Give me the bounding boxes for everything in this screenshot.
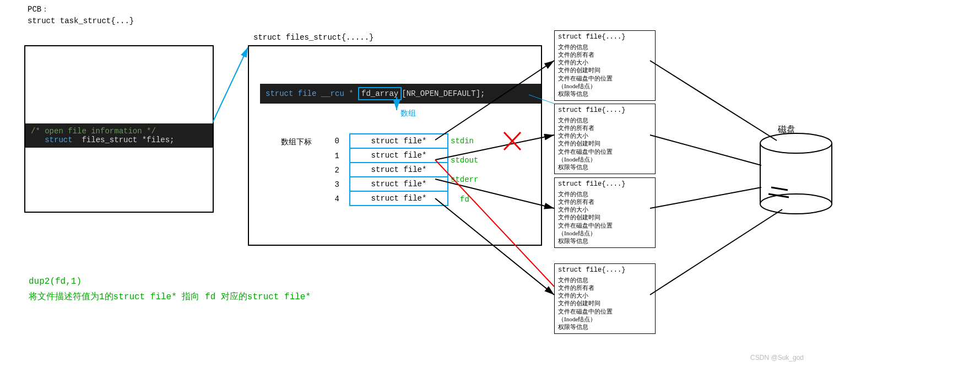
f0l7: 权限等信息 xyxy=(558,90,652,98)
f1l7: 权限等信息 xyxy=(558,163,652,171)
file-struct-2: struct file{....} 文件的信息 文件的所有者 文件的大小 文件的… xyxy=(554,177,656,248)
f0l5: 文件在磁盘中的位置 xyxy=(558,74,652,82)
idx-3: 3 xyxy=(332,180,339,189)
svg-line-14 xyxy=(771,187,788,190)
task-struct-decl: struct task_struct{...} xyxy=(28,17,134,25)
file-struct-1: struct file{....} 文件的信息 文件的所有者 文件的大小 文件的… xyxy=(554,104,656,174)
f1l3: 文件的大小 xyxy=(558,132,652,139)
f0l1: 文件的信息 xyxy=(558,43,652,51)
f2l7: 权限等信息 xyxy=(558,237,652,245)
watermark: CSDN @Suk_god xyxy=(750,354,804,361)
idx-0: 0 xyxy=(332,137,339,145)
cell-1: struct file* xyxy=(349,148,448,163)
pcb-type: files_struct xyxy=(82,136,137,144)
f2l6: （Inode结点） xyxy=(558,229,652,237)
f2l3: 文件的大小 xyxy=(558,206,652,213)
f0l2: 文件的所有者 xyxy=(558,51,652,58)
pcb-comment: /* open file information */ xyxy=(31,127,156,136)
fd-array-decl: struct file __rcu * fd_array[NR_OPEN_DEF… xyxy=(260,84,541,104)
f1l1: 文件的信息 xyxy=(558,116,652,124)
cell-0: struct file* xyxy=(349,133,448,149)
idx-2: 2 xyxy=(332,166,339,175)
diagram-canvas: PCB： struct task_struct{...} /* open fil… xyxy=(0,0,980,367)
f2l2: 文件的所有者 xyxy=(558,198,652,206)
pcb-code: /* open file information */ struct files… xyxy=(25,123,213,148)
idx-1: 1 xyxy=(332,152,339,160)
f0l3: 文件的大小 xyxy=(558,58,652,66)
file-title-0: struct file{....} xyxy=(558,33,652,42)
f0l4: 文件的创建时间 xyxy=(558,66,652,74)
idx-4: 4 xyxy=(332,195,339,203)
tag-fd: fd xyxy=(460,195,469,204)
f1l5: 文件在磁盘中的位置 xyxy=(558,148,652,155)
f1l2: 文件的所有者 xyxy=(558,124,652,132)
svg-line-16 xyxy=(650,61,777,141)
svg-point-13 xyxy=(760,194,832,214)
f2l1: 文件的信息 xyxy=(558,190,652,198)
svg-line-15 xyxy=(768,194,789,197)
svg-line-17 xyxy=(650,135,761,165)
footer-dup: dup2(fd,1) xyxy=(29,277,82,287)
tag-stdout: stdout xyxy=(451,156,478,165)
f3l5: 文件在磁盘中的位置 xyxy=(558,307,652,315)
file-struct-3: struct file{....} 文件的信息 文件的所有者 文件的大小 文件的… xyxy=(554,263,656,334)
f2l4: 文件的创建时间 xyxy=(558,213,652,221)
array-label: 数组 xyxy=(400,109,416,118)
cell-4: struct file* xyxy=(349,191,448,206)
disk-label: 磁盘 xyxy=(778,124,795,136)
file-title-3: struct file{....} xyxy=(558,266,652,275)
f1l6: （Inode结点） xyxy=(558,155,652,163)
cell-3: struct file* xyxy=(349,176,448,192)
svg-line-18 xyxy=(650,187,761,208)
f3l1: 文件的信息 xyxy=(558,276,652,284)
footer-desc: 将文件描述符值为1的struct file* 指向 fd 对应的struct f… xyxy=(29,291,311,303)
pcb-label: PCB： xyxy=(28,4,49,14)
fd-array-suffix: [NR_OPEN_DEFAULT]; xyxy=(402,89,485,98)
f3l4: 文件的创建时间 xyxy=(558,299,652,307)
cell-2: struct file* xyxy=(349,162,448,177)
pcb-box: /* open file information */ struct files… xyxy=(24,45,214,213)
fd-array-mid: fd_array xyxy=(358,87,402,100)
svg-line-0 xyxy=(213,47,248,122)
file-title-1: struct file{....} xyxy=(558,106,652,115)
f3l6: （Inode结点） xyxy=(558,315,652,323)
f3l3: 文件的大小 xyxy=(558,292,652,299)
svg-line-19 xyxy=(650,209,782,295)
f3l7: 权限等信息 xyxy=(558,323,652,331)
svg-point-10 xyxy=(760,133,832,153)
f1l4: 文件的创建时间 xyxy=(558,139,652,147)
f2l5: 文件在磁盘中的位置 xyxy=(558,222,652,229)
files-struct-title: struct files_struct{.....} xyxy=(253,33,373,42)
tag-stdin: stdin xyxy=(451,137,474,145)
fd-array-prefix: struct file __rcu * xyxy=(266,89,358,98)
tag-stderr: stderr xyxy=(451,175,478,184)
pcb-rest: *files; xyxy=(137,136,174,144)
file-struct-0: struct file{....} 文件的信息 文件的所有者 文件的大小 文件的… xyxy=(554,30,656,101)
file-title-2: struct file{....} xyxy=(558,180,652,189)
pcb-kw: struct xyxy=(45,136,72,144)
index-label: 数组下标 xyxy=(281,137,312,147)
files-struct-box: struct file __rcu * fd_array[NR_OPEN_DEF… xyxy=(248,45,542,246)
f0l6: （Inode结点） xyxy=(558,82,652,90)
array-column: 0 struct file* 1 struct file* 2 struct f… xyxy=(332,133,448,206)
f3l2: 文件的所有者 xyxy=(558,284,652,292)
